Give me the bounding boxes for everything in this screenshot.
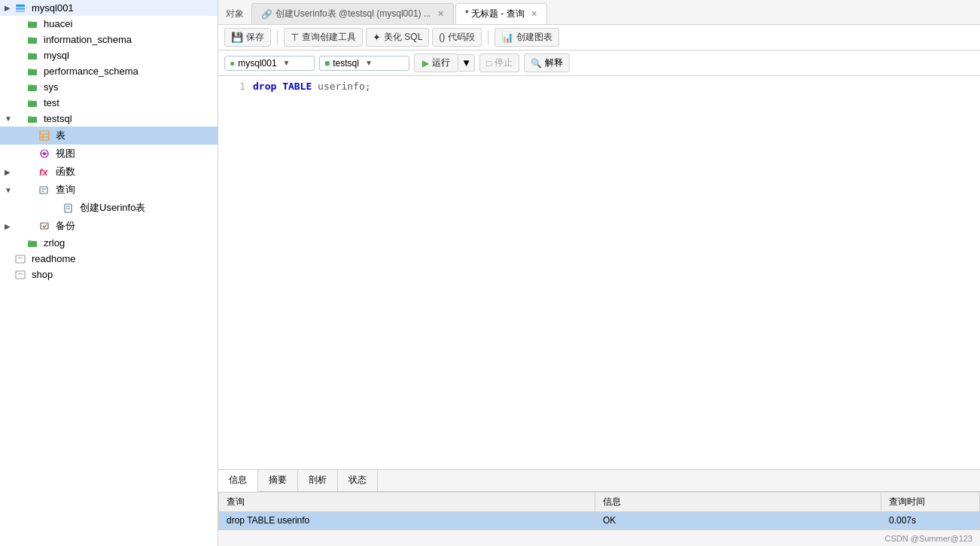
sidebar-item-zrlog[interactable]: zrlog [0,235,218,251]
sidebar-label-mysql001: mysql001 [32,2,74,14]
code-button[interactable]: () 代码段 [432,28,481,47]
svg-rect-13 [28,101,37,107]
run-icon: ▶ [422,58,429,69]
kw-drop: drop [253,81,276,92]
sidebar-item-views[interactable]: 视图 [0,145,218,163]
conn-bar: ● mysql001 ▼ ■ testsql ▼ ▶ 运行 ▼ □ 停止 [218,50,980,76]
toolbar-sep2 [488,30,488,45]
query-tool-label: 查询创建工具 [302,31,356,44]
beautify-button[interactable]: ✦ 美化 SQL [366,28,429,47]
sidebar-label-funcs: 函数 [56,165,75,178]
tab-label-create_userinfo: 创建Userinfo表 @testsql (mysql001) ... [275,8,431,20]
tab-close-create_userinfo[interactable]: ✕ [437,9,444,19]
tab-new-query[interactable]: * 无标题 - 查询 ✕ [455,3,547,24]
chart-button[interactable]: 📊 创建图表 [495,28,559,47]
svg-rect-0 [16,5,25,7]
result-tab-info[interactable]: 信息 [218,470,258,492]
run-dropdown-arrow: ▼ [461,57,471,69]
func-icon: fx [39,166,53,177]
view-icon [39,148,53,159]
svg-rect-14 [28,100,32,102]
sidebar-item-tables[interactable]: 表 [0,127,218,145]
folder-icon-huacei [27,19,41,29]
code-label: () 代码段 [439,31,474,44]
table-row[interactable]: drop TABLE userinfo OK 0.007s [219,512,980,529]
result-tab-profile[interactable]: 剖析 [298,470,338,491]
sidebar-item-huacei[interactable]: huacei [0,16,218,32]
sidebar-label-zrlog: zrlog [44,237,65,249]
tab-label-new_query: * 无标题 - 查询 [465,8,525,20]
toolbar: 💾 保存 ⊤ 查询创建工具 ✦ 美化 SQL () 代码段 📊 创建图表 [218,25,980,50]
query-tool-button[interactable]: ⊤ 查询创建工具 [284,28,363,47]
right-panel: 对象 🔗 创建Userinfo表 @testsql (mysql001) ...… [218,0,980,546]
svg-rect-32 [28,240,32,242]
sidebar-item-mysql[interactable]: mysql [0,47,218,63]
cell-query: drop TABLE userinfo [219,512,595,529]
sidebar-item-shop[interactable]: shop [0,267,218,282]
line-num-1: 1 [223,81,245,92]
sidebar-item-performance_schema[interactable]: performance_schema [0,63,218,79]
sidebar-item-readhome[interactable]: readhome [0,251,218,267]
col-header-time: 查询时间 [881,493,980,512]
arrow-mysql001: ▶ [5,4,15,12]
sidebar-item-funcs[interactable]: ▶ fx 函数 [0,163,218,181]
tab-icon-green: 🔗 [261,9,272,20]
sidebar-label-testsql: testsql [44,113,72,124]
folder-icon-perf_schema [27,66,41,77]
result-tab-status[interactable]: 状态 [338,470,378,491]
sidebar-label-backup: 备份 [56,219,75,233]
folder-icon-sys [27,82,41,93]
result-table: 查询 信息 查询时间 drop TABLE userinfo OK 0.007s [218,492,980,529]
sidebar-label-performance_schema: performance_schema [44,66,138,77]
tab-close-new_query[interactable]: ✕ [531,9,537,19]
stop-label: 停止 [495,56,513,69]
folder-icon-mysql [27,50,41,61]
sidebar-label-mysql: mysql [44,50,69,61]
kw-table: TABLE [282,81,312,92]
database-select[interactable]: ■ testsql ▼ [319,56,409,71]
run-dropdown-button[interactable]: ▼ [458,54,475,72]
sidebar-item-mysql001[interactable]: ▶ mysql001 [0,0,218,16]
svg-rect-5 [28,38,37,44]
conn-select-icon: ● [230,58,235,69]
save-button[interactable]: 💾 保存 [224,28,271,47]
svg-rect-15 [28,117,37,123]
connection-select[interactable]: ● mysql001 ▼ [224,56,315,71]
sidebar-item-create_userinfo[interactable]: 创建Userinfo表 [0,199,218,217]
chart-icon: 📊 [501,32,513,43]
svg-rect-8 [28,53,32,54]
sidebar-item-testsql[interactable]: ▼ testsql [0,111,218,127]
editor-area[interactable]: 1 drop TABLE userinfo; [218,76,980,469]
connection-value: mysql001 [238,58,276,69]
explain-button[interactable]: 🔍 解释 [524,53,570,72]
sidebar-label-sys: sys [44,81,59,93]
main-layout: ▶ mysql001 huacei information_schema [0,0,980,546]
panel-object-label: 对象 [218,4,251,24]
database-value: testsql [333,58,359,69]
backup-icon [39,221,53,231]
svg-rect-24 [40,187,47,194]
sidebar-item-sys[interactable]: sys [0,79,218,95]
sidebar-item-test[interactable]: test [0,95,218,111]
sidebar-label-information_schema: information_schema [44,34,132,45]
svg-rect-6 [28,37,32,38]
svg-rect-12 [28,84,32,86]
svg-rect-10 [28,69,32,70]
sidebar-label-views: 视图 [56,147,75,160]
run-button[interactable]: ▶ 运行 [414,53,458,72]
folder-icon-testsql [27,114,41,124]
tab-create-userinfo[interactable]: 🔗 创建Userinfo表 @testsql (mysql001) ... ✕ [251,3,454,24]
run-label: 运行 [432,56,450,69]
result-tab-summary[interactable]: 摘要 [258,470,298,491]
sidebar-item-backup[interactable]: ▶ 备份 [0,217,218,235]
editor-line-1: 1 drop TABLE userinfo; [223,81,975,92]
query-folder-icon [39,185,53,195]
stop-button[interactable]: □ 停止 [479,53,519,72]
folder-icon-test [27,98,41,108]
sidebar-item-information_schema[interactable]: information_schema [0,32,218,47]
svg-rect-7 [28,53,37,59]
sidebar-item-queries[interactable]: ▼ 查询 [0,181,218,199]
svg-rect-34 [16,271,25,279]
table-icon [39,130,53,141]
beautify-label: 美化 SQL [384,31,422,44]
